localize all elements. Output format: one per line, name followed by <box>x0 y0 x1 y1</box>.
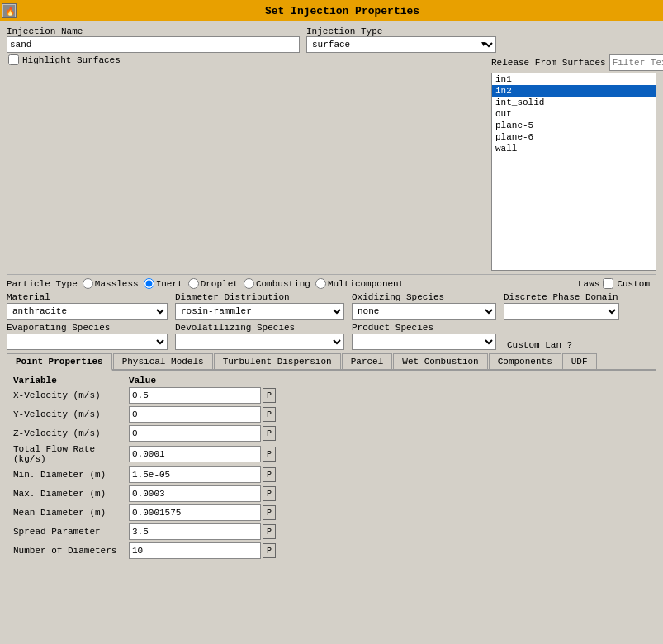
inert-label: Inert <box>156 279 183 289</box>
discrete-phase-domain-label: Discrete Phase Domain <box>504 292 656 302</box>
discrete-phase-domain-select[interactable] <box>504 303 619 320</box>
combusting-label: Combusting <box>256 279 310 289</box>
list-item[interactable]: in1 <box>492 73 656 85</box>
devolatilizing-species-select[interactable] <box>175 334 344 350</box>
massless-radio-group: Massless <box>83 278 139 289</box>
var-label: Number of Diameters <box>13 546 129 556</box>
release-from-surfaces-label: Release From Surfaces <box>491 58 606 68</box>
droplet-radio-group: Droplet <box>188 278 239 289</box>
var-label: Spread Parameter <box>13 527 129 537</box>
var-label: Min. Diameter (m) <box>13 470 129 480</box>
droplet-radio[interactable] <box>188 278 199 289</box>
list-item[interactable]: plane-5 <box>492 120 656 131</box>
filter-text-input[interactable] <box>609 54 663 71</box>
var-label: Y-Velocity (m/s) <box>13 410 129 419</box>
diameter-distribution-select[interactable]: rosin-rammler <box>175 303 344 320</box>
tab-point-properties[interactable]: Point Properties <box>7 353 112 371</box>
custom-lan-label: Custom Lan ? <box>507 340 572 350</box>
devolatilizing-species-label: Devolatilizing Species <box>175 323 348 333</box>
tab-bar: Point Properties Physical Models Turbule… <box>7 353 656 371</box>
z-velocity-p-button[interactable]: P <box>263 426 276 441</box>
custom-checkbox[interactable] <box>603 278 613 289</box>
surfaces-listbox: in1 in2 int_solid out plane-5 plane-6 wa… <box>491 73 656 271</box>
highlight-surfaces-checkbox[interactable] <box>8 54 19 65</box>
evaporating-species-label: Evaporating Species <box>7 323 172 333</box>
number-of-diameters-input[interactable] <box>129 542 261 559</box>
list-item[interactable]: out <box>492 108 656 120</box>
tab-turbulent-dispersion[interactable]: Turbulent Dispersion <box>214 353 341 369</box>
x-velocity-input[interactable] <box>129 387 261 404</box>
tab-udf[interactable]: UDF <box>562 353 597 369</box>
tab-components[interactable]: Components <box>489 353 561 369</box>
y-velocity-p-button[interactable]: P <box>263 407 276 422</box>
total-flow-rate-p-button[interactable]: P <box>263 447 276 462</box>
inert-radio-group: Inert <box>144 278 183 289</box>
massless-label: Massless <box>95 279 139 289</box>
variable-header: Variable <box>13 376 129 386</box>
product-species-label: Product Species <box>352 323 500 333</box>
combusting-radio-group: Combusting <box>244 278 310 289</box>
x-velocity-p-button[interactable]: P <box>263 388 276 403</box>
table-row: Y-Velocity (m/s) P <box>13 406 650 423</box>
mean-diameter-input[interactable] <box>129 504 261 521</box>
list-item[interactable]: in2 <box>492 85 656 97</box>
table-row: Mean Diameter (m) P <box>13 504 650 521</box>
table-row: Z-Velocity (m/s) P <box>13 425 650 442</box>
tab-wet-combustion[interactable]: Wet Combustion <box>393 353 487 369</box>
var-label: Total Flow Rate (kg/s) <box>13 444 129 464</box>
list-item[interactable]: plane-6 <box>492 131 656 143</box>
var-label: Mean Diameter (m) <box>13 508 129 518</box>
highlight-surfaces-row: Highlight Surfaces <box>8 54 491 65</box>
multicomponent-radio[interactable] <box>315 278 326 289</box>
var-label: Z-Velocity (m/s) <box>13 429 129 438</box>
droplet-label: Droplet <box>201 279 239 289</box>
product-species-select[interactable] <box>352 334 496 350</box>
min-diameter-input[interactable] <box>129 466 261 483</box>
injection-name-input[interactable] <box>7 36 300 53</box>
material-select[interactable]: anthracite <box>7 303 168 320</box>
value-header: Value <box>129 376 162 386</box>
svg-text:🔥: 🔥 <box>5 6 15 17</box>
var-label: X-Velocity (m/s) <box>13 391 129 400</box>
max-diameter-input[interactable] <box>129 485 261 502</box>
list-item[interactable]: wall <box>492 143 656 154</box>
title-icon: 🔥 <box>2 3 17 18</box>
tab-parcel[interactable]: Parcel <box>342 353 393 369</box>
table-row: Min. Diameter (m) P <box>13 466 650 483</box>
injection-name-label: Injection Name <box>7 26 300 36</box>
particle-type-label: Particle Type <box>7 279 78 289</box>
injection-type-label: Injection Type <box>306 26 485 36</box>
mean-diameter-p-button[interactable]: P <box>263 505 276 520</box>
spread-parameter-input[interactable] <box>129 523 261 540</box>
total-flow-rate-input[interactable] <box>129 446 261 462</box>
massless-radio[interactable] <box>83 278 93 289</box>
max-diameter-p-button[interactable]: P <box>263 486 276 501</box>
table-row: X-Velocity (m/s) P <box>13 387 650 404</box>
table-row: Total Flow Rate (kg/s) P <box>13 444 650 464</box>
diameter-distribution-label: Diameter Distribution <box>175 292 348 302</box>
z-velocity-input[interactable] <box>129 425 261 442</box>
min-diameter-p-button[interactable]: P <box>263 467 276 482</box>
table-row: Number of Diameters P <box>13 542 650 559</box>
y-velocity-input[interactable] <box>129 406 261 423</box>
title-text: Set Injection Properties <box>21 5 663 17</box>
custom-label: Custom <box>617 279 650 289</box>
number-of-diameters-p-button[interactable]: P <box>263 543 276 558</box>
evaporating-species-select[interactable] <box>7 334 168 350</box>
injection-type-select[interactable]: surfacesinglegroupconeplain-orifice-atom… <box>306 36 496 53</box>
tab-physical-models[interactable]: Physical Models <box>113 353 213 369</box>
combusting-radio[interactable] <box>244 278 254 289</box>
oxidizing-species-select[interactable]: none <box>352 303 496 320</box>
highlight-surfaces-label: Highlight Surfaces <box>22 55 121 65</box>
oxidizing-species-label: Oxidizing Species <box>352 292 500 302</box>
table-row: Max. Diameter (m) P <box>13 485 650 502</box>
title-bar: 🔥 Set Injection Properties <box>0 0 663 21</box>
table-row: Spread Parameter P <box>13 523 650 540</box>
list-item[interactable]: int_solid <box>492 97 656 108</box>
inert-radio[interactable] <box>144 278 154 289</box>
var-label: Max. Diameter (m) <box>13 489 129 499</box>
spread-parameter-p-button[interactable]: P <box>263 524 276 539</box>
laws-label: Laws <box>578 279 599 289</box>
multicomponent-radio-group: Multicomponent <box>315 278 404 289</box>
multicomponent-label: Multicomponent <box>328 279 404 289</box>
